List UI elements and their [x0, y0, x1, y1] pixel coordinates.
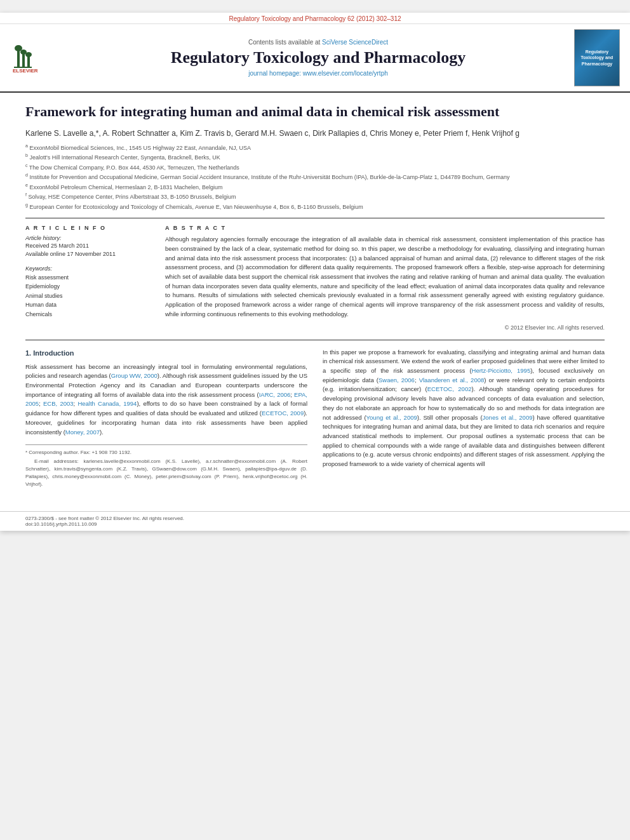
keyword-2: Epidemiology	[25, 282, 152, 291]
issn-line: 0273-2300/$ - see front matter © 2012 El…	[25, 516, 605, 521]
doi-line: doi:10.1016/j.yrtph.2011.10.009	[25, 521, 605, 527]
intro-para2: In this paper we propose a framework for…	[323, 348, 605, 469]
hertz-ref[interactable]: Hertz-Picciotto, 1995	[472, 367, 531, 374]
journal-cover-text: Regulatory Toxicology and Pharmacology	[581, 49, 613, 66]
affiliation-c-text: The Dow Chemical Company, P.O. Box 444, …	[29, 164, 239, 171]
keyword-5: Chemicals	[25, 310, 152, 319]
main-content: Framework for integrating human and anim…	[0, 93, 630, 505]
journal-cover-area: Regulatory Toxicology and Pharmacology	[572, 29, 622, 86]
sciverse-prefix: Contents lists available at	[248, 39, 322, 46]
affiliation-e: e ExxonMobil Petroleum Chemical, Hermesl…	[25, 182, 605, 192]
affiliation-d: d Institute for Prevention and Occupatio…	[25, 172, 605, 182]
affiliation-f-text: Solvay, HSE Competence Center, Prins Alb…	[28, 194, 236, 200]
received-date: Received 25 March 2011	[25, 243, 152, 249]
journal-header: ELSEVIER Contents lists available at Sci…	[0, 24, 630, 93]
abstract-text: Although regulatory agencies formally en…	[165, 235, 605, 319]
available-online-date: Available online 17 November 2011	[25, 251, 152, 257]
young-ref[interactable]: Young et al., 2009	[366, 414, 417, 421]
article-title: Framework for integrating human and anim…	[25, 103, 605, 121]
affiliation-g: g European Center for Ecotoxicology and …	[25, 202, 605, 212]
ecetoc-2009-ref[interactable]: ECETOC, 2009	[262, 410, 304, 417]
elsevier-logo-icon: ELSEVIER	[11, 42, 62, 74]
journal-cover: Regulatory Toxicology and Pharmacology	[574, 29, 620, 86]
affiliations: a ExxonMobil Biomedical Sciences, Inc., …	[25, 143, 605, 212]
article-meta-section: A R T I C L E I N F O Article history: R…	[25, 225, 605, 330]
group-ww-ref[interactable]: Group WW, 2000	[111, 372, 158, 379]
affiliation-c: c The Dow Chemical Company, P.O. Box 444…	[25, 163, 605, 173]
sciverse-anchor[interactable]: SciVerse ScienceDirect	[322, 39, 388, 46]
affiliation-b-text: Jealott's Hill International Research Ce…	[29, 154, 220, 161]
sciverse-link[interactable]: Contents lists available at SciVerse Sci…	[248, 39, 388, 46]
money-ref[interactable]: Money, 2007	[65, 429, 100, 436]
affiliation-d-text: Institute for Prevention and Occupationa…	[29, 174, 509, 180]
page: Regulatory Toxicology and Pharmacology 6…	[0, 13, 630, 531]
keywords-list: Risk assessment Epidemiology Animal stud…	[25, 273, 152, 319]
copyright-notice: © 2012 Elsevier Inc. All rights reserved…	[165, 324, 605, 331]
affiliation-b: b Jealott's Hill International Research …	[25, 152, 605, 163]
affiliation-f: f Solvay, HSE Competence Center, Prins A…	[25, 192, 605, 202]
keyword-3: Animal studies	[25, 291, 152, 300]
article-info-column: A R T I C L E I N F O Article history: R…	[25, 225, 152, 330]
keyword-1: Risk assessment	[25, 273, 152, 282]
header-divider	[25, 218, 605, 218]
affiliation-g-text: European Center for Ecotoxicology and To…	[29, 204, 363, 210]
keywords-heading: Keywords:	[25, 265, 152, 272]
svg-text:ELSEVIER: ELSEVIER	[13, 68, 38, 74]
journal-ref-text: Regulatory Toxicology and Pharmacology 6…	[229, 15, 401, 22]
body-section: 1. Introduction Risk assessment has beco…	[25, 348, 605, 490]
history-label: Article history:	[25, 235, 152, 241]
article-info-heading: A R T I C L E I N F O	[25, 225, 152, 231]
body-divider	[25, 340, 605, 340]
page-footer: 0273-2300/$ - see front matter © 2012 El…	[0, 511, 630, 531]
footnote-email: E-mail addresses: karlenes.lavelle@exxon…	[25, 458, 307, 488]
intro-para1: Risk assessment has become an increasing…	[25, 363, 307, 437]
body-left-col: 1. Introduction Risk assessment has beco…	[25, 348, 307, 490]
header-center: Contents lists available at SciVerse Sci…	[71, 29, 565, 86]
elsevier-logo-area: ELSEVIER	[8, 29, 65, 86]
abstract-column: A B S T R A C T Although regulatory agen…	[165, 225, 605, 330]
affiliation-e-text: ExxonMobil Petroleum Chemical, Hermeslaa…	[29, 184, 222, 190]
authors-line: Karlene S. Lavelle a,*, A. Robert Schnat…	[25, 128, 605, 139]
affiliation-a: a ExxonMobil Biomedical Sciences, Inc., …	[25, 143, 605, 153]
journal-ref-bar: Regulatory Toxicology and Pharmacology 6…	[0, 13, 630, 24]
jones-ref[interactable]: Jones et al., 2009	[483, 414, 533, 421]
ecb-ref[interactable]: ECB, 2003	[43, 400, 74, 407]
intro-heading: 1. Introduction	[25, 348, 307, 359]
ecetoc-2002-ref[interactable]: ECETOC, 2002	[427, 385, 472, 392]
abstract-heading: A B S T R A C T	[165, 225, 605, 231]
authors-text: Karlene S. Lavelle a,*, A. Robert Schnat…	[25, 129, 519, 138]
affiliation-a-text: ExxonMobil Biomedical Sciences, Inc., 15…	[29, 145, 251, 151]
health-canada-ref[interactable]: Health Canada, 1994	[77, 400, 137, 407]
svg-point-6	[25, 52, 32, 57]
journal-title: Regulatory Toxicology and Pharmacology	[171, 48, 466, 67]
swaen-ref[interactable]: Swaen, 2006	[379, 377, 415, 383]
keyword-4: Human data	[25, 300, 152, 309]
body-right-col: In this paper we propose a framework for…	[323, 348, 605, 490]
footnotes: * Corresponding author. Fax: +1 908 730 …	[25, 444, 307, 488]
vlaanderen-ref[interactable]: Vlaanderen et al., 2008	[419, 377, 485, 383]
journal-homepage[interactable]: journal homepage: www.elsevier.com/locat…	[248, 70, 388, 77]
footnote-corresponding: * Corresponding author. Fax: +1 908 730 …	[25, 449, 307, 457]
iarc-ref[interactable]: IARC, 2006	[259, 391, 291, 398]
